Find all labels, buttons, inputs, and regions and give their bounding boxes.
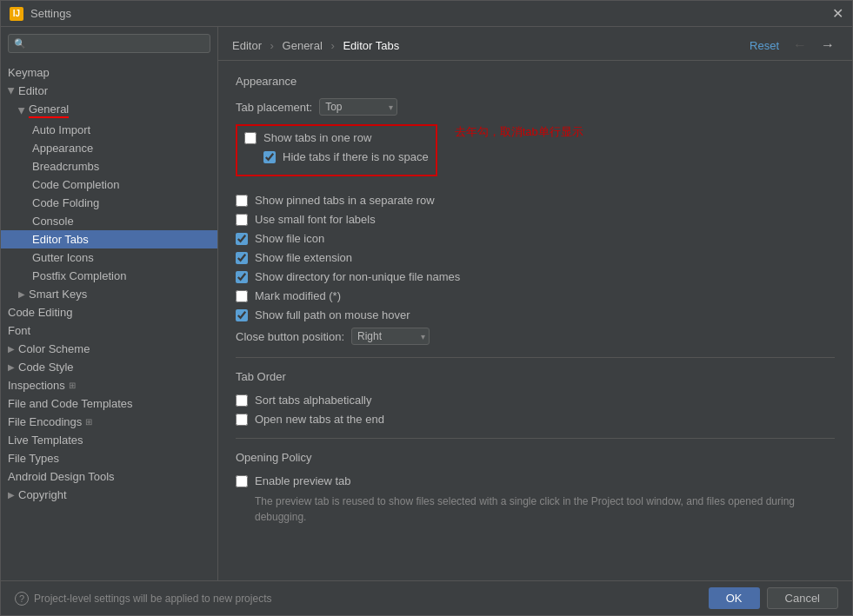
sidebar-tree: Keymap ▶ Editor ▶ General Auto Import Ap…	[1, 60, 217, 580]
sidebar-item-auto-import[interactable]: Auto Import	[1, 121, 217, 139]
reset-button[interactable]: Reset	[746, 37, 783, 54]
mark-modified-label[interactable]: Mark modified (*)	[255, 289, 341, 302]
small-font-labels-checkbox[interactable]	[236, 214, 248, 226]
forward-button[interactable]: →	[817, 36, 838, 55]
sidebar-item-editor-tabs[interactable]: Editor Tabs	[1, 230, 217, 248]
app-icon: IJ	[10, 7, 23, 21]
sidebar-item-keymap[interactable]: Keymap	[1, 63, 217, 82]
show-tabs-one-row-label[interactable]: Show tabs in one row	[263, 131, 371, 144]
appearance-label: Appearance	[32, 142, 93, 155]
checkbox-show-file-extension: Show file extension	[236, 251, 835, 264]
divider-2	[236, 438, 835, 439]
sidebar-item-copyright[interactable]: ▶ Copyright	[1, 486, 217, 504]
content-panel: Editor › General › Editor Tabs Reset ← →…	[218, 27, 852, 580]
tab-order-checkboxes: Sort tabs alphabetically Open new tabs a…	[236, 394, 835, 426]
annotation-text: 去年勾，取消tab单行显示	[455, 124, 583, 140]
sidebar-item-code-style[interactable]: ▶ Code Style	[1, 358, 217, 376]
show-file-extension-checkbox[interactable]	[236, 252, 248, 264]
code-folding-label: Code Folding	[32, 196, 99, 209]
search-input[interactable]	[30, 37, 204, 50]
tab-placement-row: Tab placement: Top Bottom Left Right Non…	[236, 98, 835, 116]
checkbox-small-font-labels: Use small font for labels	[236, 213, 835, 226]
sidebar-item-color-scheme[interactable]: ▶ Color Scheme	[1, 340, 217, 358]
show-file-extension-label[interactable]: Show file extension	[255, 251, 352, 264]
sidebar-item-code-editing[interactable]: Code Editing	[1, 303, 217, 321]
sidebar-item-android-design-tools[interactable]: Android Design Tools	[1, 467, 217, 486]
sort-alphabetically-label[interactable]: Sort tabs alphabetically	[255, 394, 371, 407]
auto-import-label: Auto Import	[32, 123, 90, 136]
show-full-path-checkbox[interactable]	[236, 309, 248, 321]
sidebar-item-smart-keys[interactable]: ▶ Smart Keys	[1, 285, 217, 303]
search-icon: 🔍	[14, 38, 26, 50]
keymap-label: Keymap	[8, 66, 50, 79]
opening-policy-section-title: Opening Policy	[236, 451, 835, 464]
breadcrumb-editor: Editor	[232, 39, 262, 52]
hide-tabs-no-space-label[interactable]: Hide tabs if there is no space	[283, 150, 429, 163]
close-button-select-wrapper[interactable]: Left Right None	[351, 328, 430, 345]
hide-tabs-no-space-checkbox[interactable]	[263, 151, 276, 163]
show-directory-label[interactable]: Show directory for non-unique file names	[255, 270, 460, 283]
sidebar-item-code-completion[interactable]: Code Completion	[1, 176, 217, 194]
sidebar-item-file-types[interactable]: File Types	[1, 449, 217, 467]
checkbox-open-new-tabs: Open new tabs at the end	[236, 413, 835, 426]
help-icon[interactable]: ?	[15, 592, 29, 606]
sidebar-item-font[interactable]: Font	[1, 321, 217, 340]
color-scheme-label: Color Scheme	[18, 342, 90, 355]
show-tabs-one-row-checkbox[interactable]	[244, 132, 257, 144]
general-label: General	[29, 103, 69, 118]
checkbox-show-pinned-tabs: Show pinned tabs in a separate row	[236, 194, 835, 207]
sidebar-item-console[interactable]: Console	[1, 212, 217, 230]
search-box[interactable]: 🔍	[8, 34, 210, 53]
back-button[interactable]: ←	[790, 36, 810, 55]
sidebar-item-editor[interactable]: ▶ Editor	[1, 82, 217, 100]
color-scheme-arrow: ▶	[8, 344, 15, 354]
code-editing-label: Code Editing	[8, 306, 72, 319]
editor-label: Editor	[18, 84, 48, 97]
sidebar-item-file-encodings[interactable]: File Encodings ⊞	[1, 413, 217, 431]
mark-modified-checkbox[interactable]	[236, 290, 248, 302]
sidebar-item-gutter-icons[interactable]: Gutter Icons	[1, 248, 217, 267]
enable-preview-tab-checkbox[interactable]	[236, 475, 248, 487]
smart-keys-label: Smart Keys	[29, 288, 87, 301]
close-button-label: Close button position:	[236, 330, 344, 343]
show-file-icon-label[interactable]: Show file icon	[255, 232, 324, 245]
checkbox-show-full-path: Show full path on mouse hover	[236, 308, 835, 321]
sidebar-item-breadcrumbs[interactable]: Breadcrumbs	[1, 157, 217, 176]
breadcrumbs-label: Breadcrumbs	[32, 160, 99, 173]
sidebar-item-live-templates[interactable]: Live Templates	[1, 431, 217, 449]
show-full-path-label[interactable]: Show full path on mouse hover	[255, 308, 410, 321]
sidebar-item-inspections[interactable]: Inspections ⊞	[1, 376, 217, 394]
settings-window: IJ Settings ✕ 🔍 Keymap ▶ Editor	[0, 0, 853, 616]
file-types-label: File Types	[8, 452, 59, 465]
titlebar: IJ Settings ✕	[1, 1, 852, 27]
ok-button[interactable]: OK	[709, 587, 760, 609]
show-file-icon-checkbox[interactable]	[236, 233, 248, 245]
breadcrumb: Editor › General › Editor Tabs	[232, 39, 399, 52]
sidebar-item-file-code-templates[interactable]: File and Code Templates	[1, 394, 217, 413]
preview-tab-description: The preview tab is reused to show files …	[255, 493, 835, 525]
close-button[interactable]: ✕	[831, 8, 843, 20]
open-new-tabs-label[interactable]: Open new tabs at the end	[255, 413, 384, 426]
divider-1	[236, 357, 835, 358]
sidebar-item-postfix-completion[interactable]: Postfix Completion	[1, 267, 217, 285]
open-new-tabs-checkbox[interactable]	[236, 414, 248, 426]
tab-placement-select-wrapper[interactable]: Top Bottom Left Right None	[319, 98, 397, 116]
enable-preview-tab-label[interactable]: Enable preview tab	[255, 474, 351, 487]
cancel-button[interactable]: Cancel	[767, 587, 838, 609]
tab-placement-select[interactable]: Top Bottom Left Right None	[319, 98, 397, 116]
show-pinned-tabs-checkbox[interactable]	[236, 195, 248, 207]
font-label: Font	[8, 324, 30, 337]
show-pinned-tabs-label[interactable]: Show pinned tabs in a separate row	[255, 194, 435, 207]
annotation-row: Show tabs in one row Hide tabs if there …	[236, 124, 835, 185]
file-encodings-label: File Encodings	[8, 415, 82, 428]
sidebar: 🔍 Keymap ▶ Editor ▶ General	[1, 27, 218, 580]
sidebar-item-code-folding[interactable]: Code Folding	[1, 194, 217, 212]
small-font-labels-label[interactable]: Use small font for labels	[255, 213, 376, 226]
close-button-select[interactable]: Left Right None	[351, 328, 430, 345]
sort-alphabetically-checkbox[interactable]	[236, 394, 248, 407]
editor-arrow: ▶	[7, 88, 17, 95]
show-directory-checkbox[interactable]	[236, 271, 248, 283]
sidebar-item-appearance[interactable]: Appearance	[1, 139, 217, 157]
main-content: 🔍 Keymap ▶ Editor ▶ General	[1, 27, 852, 580]
sidebar-item-general[interactable]: ▶ General	[1, 100, 217, 121]
